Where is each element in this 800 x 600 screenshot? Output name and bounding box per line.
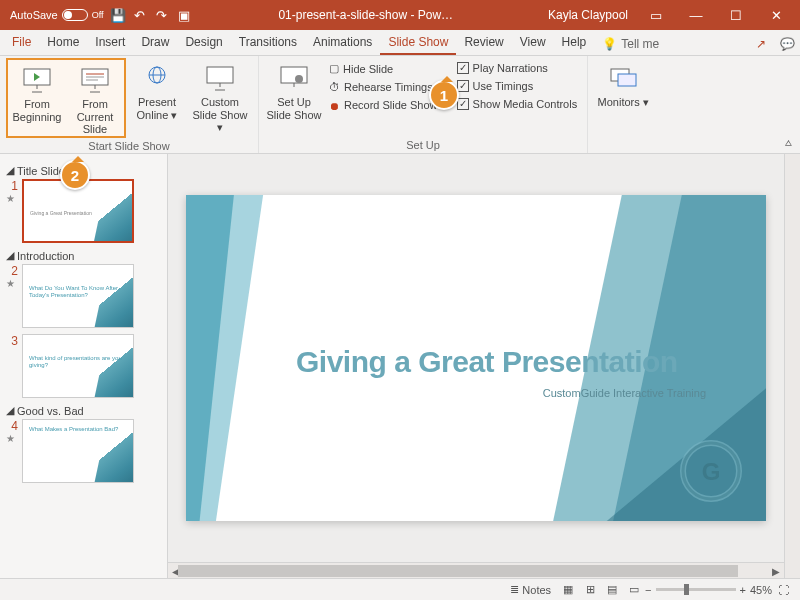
minimize-icon[interactable]: — [676,0,716,30]
show-media-check[interactable]: ✓Show Media Controls [453,96,582,112]
zoom-out-icon[interactable]: − [645,584,651,596]
scroll-thumb[interactable] [178,565,738,577]
svg-marker-21 [186,195,266,521]
ribbon-tabs: File Home Insert Draw Design Transitions… [0,30,800,56]
custom-slideshow-icon [204,62,236,94]
custom-slideshow-button[interactable]: Custom Slide Show ▾ [188,58,252,134]
thumbnail-4[interactable]: What Makes a Presentation Bad? [22,419,134,483]
slide-number: 1 [6,179,18,193]
start-from-beginning-icon[interactable]: ▣ [176,7,192,23]
tab-view[interactable]: View [512,31,554,55]
sorter-view-icon[interactable]: ⊞ [579,581,601,599]
slide-number: 2 [6,264,18,278]
save-icon[interactable]: 💾 [110,7,126,23]
present-online-button[interactable]: Present Online ▾ [128,58,186,134]
thumbnail-3[interactable]: What kind of presentations are you givin… [22,334,134,398]
tab-insert[interactable]: Insert [87,31,133,55]
slide-subtitle[interactable]: CustomGuide Interactive Training [543,387,706,399]
animation-star-icon: ★ [6,278,18,289]
section-goodbad[interactable]: ◢Good vs. Bad [6,404,165,417]
tab-home[interactable]: Home [39,31,87,55]
workspace: ◢Title Slide 1★ Giving a Great Presentat… [0,154,800,578]
callout-2: 2 [60,160,90,190]
thumbnail-2[interactable]: What Do You Want To Know After Today's P… [22,264,134,328]
setup-slideshow-button[interactable]: Set Up Slide Show [265,58,323,134]
from-current-icon [79,64,111,96]
slide-title[interactable]: Giving a Great Presentation [296,345,678,379]
group-setup-label: Set Up [265,137,581,153]
use-timings-check[interactable]: ✓Use Timings [453,78,582,94]
highlight-box: From Beginning From Current Slide [6,58,126,138]
collapse-icon: ◢ [6,404,14,417]
svg-rect-19 [618,74,636,86]
use-timings-label: Use Timings [473,80,534,92]
zoom-level[interactable]: 45% [750,584,772,596]
share-icon[interactable]: ↗ [748,33,774,55]
thumb-row-3[interactable]: 3 What kind of presentations are you giv… [6,334,165,398]
scroll-right-icon[interactable]: ▶ [768,563,784,579]
animation-star-icon: ★ [6,193,18,204]
user-name[interactable]: Kayla Claypool [540,8,636,22]
zoom-in-icon[interactable]: + [740,584,746,596]
tab-animations[interactable]: Animations [305,31,380,55]
from-beginning-label: From Beginning [8,98,66,123]
vertical-scrollbar[interactable] [784,154,800,578]
play-narrations-check[interactable]: ✓Play Narrations [453,60,582,76]
collapse-ribbon-icon[interactable]: ㅿ [783,136,794,151]
comments-icon[interactable]: 💬 [774,33,800,55]
from-current-button[interactable]: From Current Slide [66,60,124,136]
close-icon[interactable]: ✕ [756,0,796,30]
from-current-label: From Current Slide [66,98,124,136]
autosave-toggle[interactable]: AutoSave Off [10,9,104,21]
fit-to-window-icon[interactable]: ⛶ [772,581,794,599]
tab-help[interactable]: Help [554,31,595,55]
toggle-icon [62,9,88,21]
status-bar: ≣Notes ▦ ⊞ ▤ ▭ − + 45% ⛶ [0,578,800,600]
group-setup: Set Up Slide Show ▢Hide Slide ⏱Rehearse … [259,56,588,153]
monitors-button[interactable]: Monitors ▾ [594,58,652,134]
redo-icon[interactable]: ↷ [154,7,170,23]
zoom-slider[interactable] [656,588,736,591]
callout-1: 1 [429,80,459,110]
maximize-icon[interactable]: ☐ [716,0,756,30]
thumb-row-1[interactable]: 1★ Giving a Great Presentation [6,179,165,243]
autosave-state: Off [92,10,104,20]
present-online-icon [141,62,173,94]
tab-design[interactable]: Design [177,31,230,55]
section-intro[interactable]: ◢Introduction [6,249,165,262]
slideshow-view-icon[interactable]: ▭ [623,581,645,599]
from-beginning-button[interactable]: From Beginning [8,60,66,136]
notes-button[interactable]: ≣Notes [504,581,557,598]
tab-review[interactable]: Review [456,31,511,55]
show-media-label: Show Media Controls [473,98,578,110]
zoom-control[interactable]: − + 45% [645,584,772,596]
hide-slide-button[interactable]: ▢Hide Slide [325,60,451,77]
document-title: 01-present-a-slide-show - Pow… [192,8,540,22]
tab-file[interactable]: File [4,31,39,55]
slide[interactable]: Giving a Great Presentation CustomGuide … [186,195,766,521]
group-start-slideshow: From Beginning From Current Slide Presen… [0,56,259,153]
ribbon-options-icon[interactable]: ▭ [636,0,676,30]
group-monitors-label [594,137,652,153]
canvas-wrap: Giving a Great Presentation CustomGuide … [168,154,784,578]
thumb-row-4[interactable]: 4★ What Makes a Presentation Bad? [6,419,165,483]
slide-number: 4 [6,419,18,433]
tab-slideshow[interactable]: Slide Show [380,31,456,55]
monitors-icon [607,62,639,94]
tab-draw[interactable]: Draw [133,31,177,55]
normal-view-icon[interactable]: ▦ [557,581,579,599]
tab-transitions[interactable]: Transitions [231,31,305,55]
slide-thumbnails[interactable]: ◢Title Slide 1★ Giving a Great Presentat… [0,154,168,578]
thumb-row-2[interactable]: 2★ What Do You Want To Know After Today'… [6,264,165,328]
undo-icon[interactable]: ↶ [132,7,148,23]
checkbox-icon: ✓ [457,62,469,74]
slide-canvas[interactable]: Giving a Great Presentation CustomGuide … [168,154,784,562]
svg-text:G: G [702,458,721,485]
horizontal-scrollbar[interactable]: ◀ ▶ [168,562,784,578]
lightbulb-icon: 💡 [602,37,617,51]
reading-view-icon[interactable]: ▤ [601,581,623,599]
section-label: Introduction [17,250,74,262]
hide-slide-icon: ▢ [329,62,339,75]
tell-me-search[interactable]: 💡 Tell me [594,33,667,55]
section-label: Good vs. Bad [17,405,84,417]
